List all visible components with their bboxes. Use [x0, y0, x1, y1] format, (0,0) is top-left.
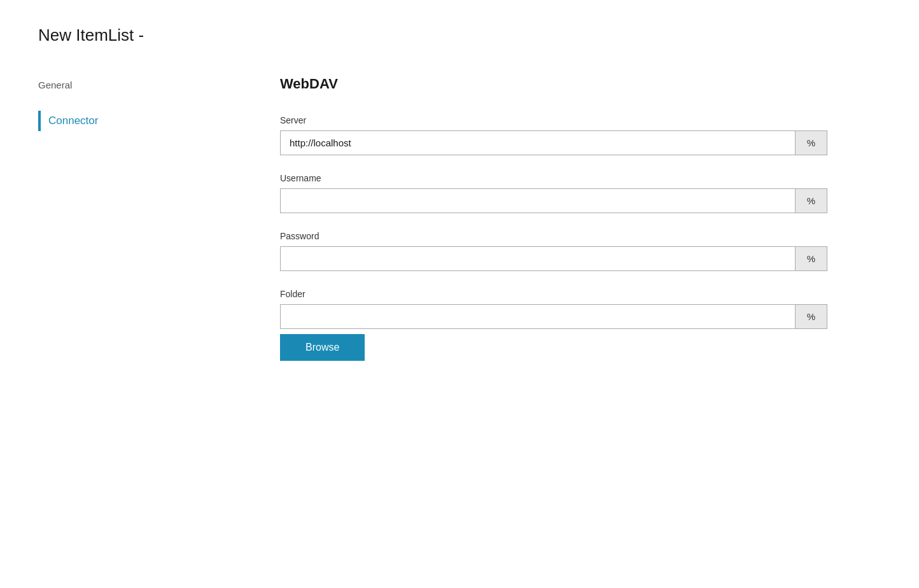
- username-input[interactable]: [281, 189, 795, 213]
- folder-percent-button[interactable]: %: [795, 305, 827, 328]
- form-group-password: Password %: [280, 231, 881, 271]
- form-group-username: Username %: [280, 173, 881, 213]
- browse-button[interactable]: Browse: [280, 334, 365, 361]
- sidebar-item-connector[interactable]: Connector: [38, 107, 204, 135]
- sidebar: General Connector: [38, 76, 204, 379]
- username-input-wrapper: %: [280, 188, 827, 213]
- connector-label: Connector: [48, 115, 98, 127]
- folder-input-wrapper: %: [280, 304, 827, 329]
- main-content: WebDAV Server % Username % Password: [204, 76, 881, 379]
- form-group-server: Server %: [280, 115, 881, 155]
- password-label: Password: [280, 231, 881, 241]
- sidebar-item-general[interactable]: General: [38, 76, 204, 94]
- username-percent-button[interactable]: %: [795, 189, 827, 213]
- password-input[interactable]: [281, 247, 795, 270]
- folder-label: Folder: [280, 289, 881, 299]
- username-label: Username: [280, 173, 881, 183]
- page-title: New ItemList -: [38, 25, 881, 45]
- server-input-wrapper: %: [280, 130, 827, 155]
- password-input-wrapper: %: [280, 246, 827, 271]
- password-percent-button[interactable]: %: [795, 247, 827, 270]
- server-percent-button[interactable]: %: [795, 131, 827, 155]
- server-label: Server: [280, 115, 881, 125]
- server-input[interactable]: [281, 131, 795, 155]
- connector-active-bar: [38, 111, 41, 131]
- page-container: New ItemList - General Connector WebDAV …: [0, 0, 919, 588]
- content-layout: General Connector WebDAV Server % Userna…: [38, 76, 881, 379]
- folder-input[interactable]: [281, 305, 795, 328]
- form-group-folder: Folder % Browse: [280, 289, 881, 361]
- section-title: WebDAV: [280, 76, 881, 92]
